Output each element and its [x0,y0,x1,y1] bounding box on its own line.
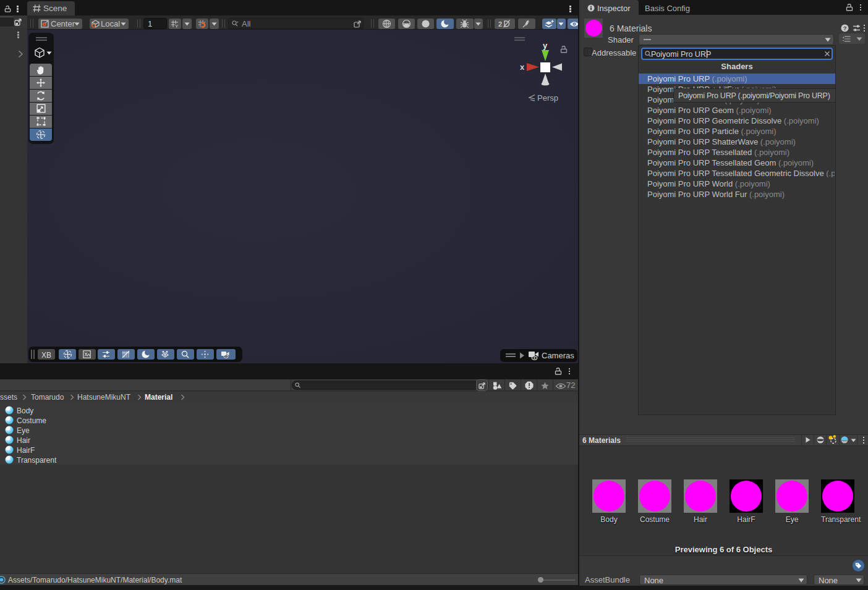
svg-text:x: x [520,62,525,72]
svg-text:Y: Y [175,23,179,29]
svg-text:y: y [543,41,548,50]
svg-text:?: ? [843,25,847,32]
